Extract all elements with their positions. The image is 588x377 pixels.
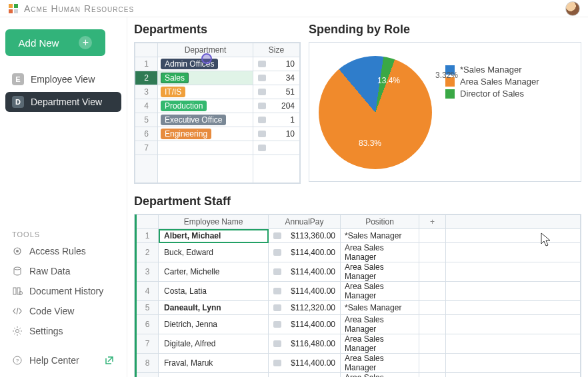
- staff-row[interactable]: 3Carter, Michelle$114,400.00Area Sales M…: [136, 262, 581, 282]
- department-size-cell[interactable]: 10: [253, 57, 300, 71]
- blank-cell: [419, 301, 446, 315]
- annual-pay-cell[interactable]: $116,480.00: [269, 334, 341, 354]
- history-icon: [12, 286, 23, 296]
- slice-label: 83.3%: [359, 139, 381, 148]
- position-cell[interactable]: Area Sales Manager: [341, 282, 419, 301]
- legend-label: Director of Sales: [460, 89, 524, 99]
- staff-row[interactable]: 4Costa, Latia$114,400.00Area Sales Manag…: [136, 282, 581, 301]
- position-cell[interactable]: *Sales Manager: [341, 229, 419, 243]
- annual-pay-cell[interactable]: $114,400.00: [269, 315, 341, 334]
- staff-row[interactable]: 6Dietrich, Jenna$114,400.00Area Sales Ma…: [136, 315, 581, 334]
- department-size-cell[interactable]: 34: [253, 71, 300, 85]
- department-name-cell[interactable]: Production: [158, 99, 253, 113]
- row-number: 1: [136, 229, 159, 243]
- row-number: 3: [136, 262, 159, 282]
- department-name-cell[interactable]: Executive Office: [158, 113, 253, 127]
- legend-item[interactable]: Director of Sales: [445, 89, 539, 99]
- slice-label: 13.4%: [377, 76, 400, 85]
- tool-settings[interactable]: Settings: [5, 321, 121, 341]
- position-cell[interactable]: Area Sales Manager: [341, 315, 419, 334]
- legend-item[interactable]: *Sales Manager: [445, 65, 539, 75]
- view-tag-icon: E: [12, 73, 24, 85]
- department-name-cell[interactable]: Sales: [158, 71, 253, 85]
- employee-name-cell[interactable]: Dietrich, Jenna: [159, 315, 269, 334]
- tool-code-view[interactable]: Code View: [5, 301, 121, 321]
- employee-name-cell[interactable]: Fraval, Maruk: [159, 354, 269, 373]
- department-name-cell[interactable]: Admin Offices: [158, 57, 253, 71]
- staff-row[interactable]: 1Albert, Michael$113,360.00*Sales Manage…: [136, 229, 581, 243]
- field-type-icon: [273, 360, 281, 366]
- position-cell[interactable]: Area Sales Manager: [341, 243, 419, 262]
- position-cell[interactable]: *Sales Manager: [341, 301, 419, 315]
- employee-name-cell[interactable]: Buck, Edward: [159, 243, 269, 262]
- legend-label: Area Sales Manager: [460, 77, 539, 87]
- field-type-icon: [258, 89, 266, 95]
- department-size-cell[interactable]: 204: [253, 99, 300, 113]
- staff-row[interactable]: 2Buck, Edward$114,400.00Area Sales Manag…: [136, 243, 581, 262]
- position-cell[interactable]: Area Sales Manager: [341, 354, 419, 373]
- department-row[interactable]: 1Admin Offices10: [135, 57, 300, 71]
- staff-row[interactable]: 8Fraval, Maruk$114,400.00Area Sales Mana…: [136, 354, 581, 373]
- avatar[interactable]: [565, 1, 580, 16]
- employee-name-cell[interactable]: Digitale, Alfred: [159, 334, 269, 354]
- annual-pay-cell[interactable]: $114,400.00: [269, 243, 341, 262]
- col-position[interactable]: Position: [341, 215, 419, 229]
- pie-chart: 13.4%83.3%3.32%: [319, 56, 432, 169]
- sidebar-item-department-view[interactable]: D Department View: [5, 92, 121, 112]
- svg-point-5: [16, 250, 19, 252]
- blank-cell: [419, 334, 446, 354]
- field-type-icon: [273, 288, 281, 294]
- department-size-cell[interactable]: 1: [253, 113, 300, 127]
- row-number: 5: [136, 301, 159, 315]
- department-row[interactable]: 3IT/IS51: [135, 85, 300, 99]
- employee-name-cell[interactable]: Daneault, Lynn: [159, 301, 269, 315]
- col-size[interactable]: Size: [253, 43, 300, 57]
- tool-help-center[interactable]: ? Help Center: [5, 350, 121, 370]
- staff-row[interactable]: 5Daneault, Lynn$112,320.00*Sales Manager: [136, 301, 581, 315]
- annual-pay-cell[interactable]: $114,400.00: [269, 262, 341, 282]
- tool-raw-data[interactable]: Raw Data: [5, 261, 121, 281]
- tool-document-history[interactable]: Document History: [5, 281, 121, 301]
- position-cell[interactable]: Area Sales Manager: [341, 373, 419, 378]
- department-row[interactable]: 6Engineering10: [135, 127, 300, 141]
- tool-access-rules[interactable]: Access Rules: [5, 241, 121, 261]
- annual-pay-cell[interactable]: $112,320.00: [269, 301, 341, 315]
- external-link-icon: [104, 355, 115, 366]
- col-department[interactable]: Department: [158, 43, 253, 57]
- department-size-cell[interactable]: 10: [253, 127, 300, 141]
- annual-pay-cell[interactable]: $113,360.00: [269, 229, 341, 243]
- department-row[interactable]: 4Production204: [135, 99, 300, 113]
- blank-cell: [419, 262, 446, 282]
- annual-pay-cell[interactable]: $115,440.00: [269, 373, 341, 378]
- department-name-cell[interactable]: [158, 141, 253, 155]
- department-row[interactable]: 7: [135, 141, 300, 155]
- employee-name-cell[interactable]: Carter, Michelle: [159, 262, 269, 282]
- department-size-cell[interactable]: [253, 141, 300, 155]
- sidebar-item-employee-view[interactable]: E Employee View: [5, 69, 121, 89]
- col-blank: [446, 215, 581, 229]
- employee-name-cell[interactable]: Albert, Michael: [159, 229, 269, 243]
- spending-chart: 13.4%83.3%3.32% *Sales ManagerArea Sales…: [309, 42, 581, 182]
- position-cell[interactable]: Area Sales Manager: [341, 334, 419, 354]
- department-row[interactable]: 2Sales34: [135, 71, 300, 85]
- legend-item[interactable]: Area Sales Manager: [445, 77, 539, 87]
- add-column-button[interactable]: +: [419, 215, 446, 229]
- blank-cell: [419, 282, 446, 301]
- col-annual-pay[interactable]: AnnualPay: [269, 215, 341, 229]
- col-employee-name[interactable]: Employee Name: [159, 215, 269, 229]
- position-cell[interactable]: Area Sales Manager: [341, 262, 419, 282]
- staff-row[interactable]: 9Friedman, Gerry$115,440.00Area Sales Ma…: [136, 373, 581, 378]
- staff-row[interactable]: 7Digitale, Alfred$116,480.00Area Sales M…: [136, 334, 581, 354]
- department-name-cell[interactable]: IT/IS: [158, 85, 253, 99]
- employee-name-cell[interactable]: Friedman, Gerry: [159, 373, 269, 378]
- employee-name-cell[interactable]: Costa, Latia: [159, 282, 269, 301]
- add-new-button[interactable]: Add New +: [5, 29, 105, 56]
- field-type-icon: [273, 249, 281, 256]
- department-name-cell[interactable]: Engineering: [158, 127, 253, 141]
- department-size-cell[interactable]: 51: [253, 85, 300, 99]
- department-row[interactable]: 5Executive Office1: [135, 113, 300, 127]
- chart-title: Spending by Role: [309, 23, 581, 37]
- blank-cell: [419, 229, 446, 243]
- annual-pay-cell[interactable]: $114,400.00: [269, 282, 341, 301]
- annual-pay-cell[interactable]: $114,400.00: [269, 354, 341, 373]
